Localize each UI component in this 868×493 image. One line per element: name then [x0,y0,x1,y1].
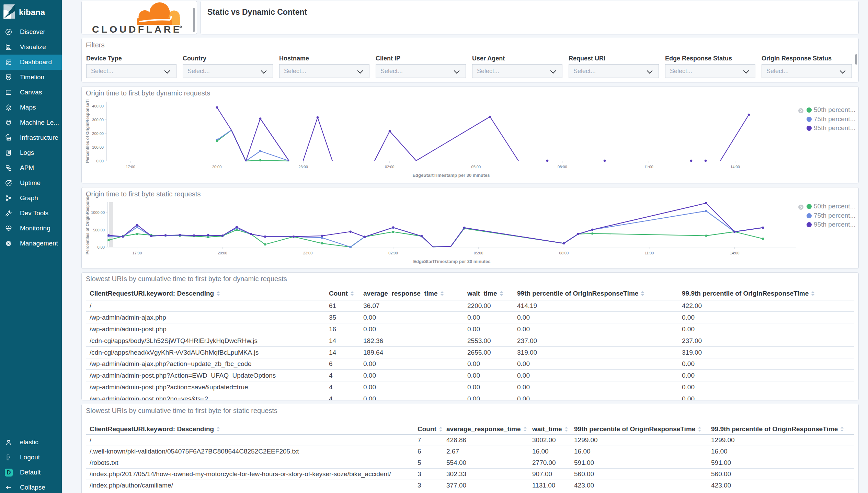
svg-text:100.00: 100.00 [92,145,104,149]
svg-text:20:00: 20:00 [212,165,222,169]
svg-text:23:00: 23:00 [298,165,308,169]
svg-text:1000.00: 1000.00 [91,210,105,215]
svg-text:0.00: 0.00 [98,245,105,249]
svg-text:R: R [180,26,181,28]
svg-text:200.00: 200.00 [92,131,104,136]
svg-text:Percentiles of OriginResponse: Percentiles of OriginResponse [85,194,90,254]
svg-text:08:00: 08:00 [559,251,569,255]
svg-text:11:00: 11:00 [644,165,653,169]
svg-text:14:00: 14:00 [730,165,740,169]
svg-text:EdgeStartTimestamp per 30 minu: EdgeStartTimestamp per 30 minutes [412,173,490,178]
svg-text:EdgeStartTimestamp per 30 minu: EdgeStartTimestamp per 30 minutes [413,259,490,264]
svg-text:23:00: 23:00 [303,251,313,255]
svg-text:02:00: 02:00 [385,165,395,169]
svg-text:0.00: 0.00 [96,159,104,163]
svg-text:20:00: 20:00 [218,251,227,255]
svg-text:14:00: 14:00 [730,251,740,255]
svg-text:17:00: 17:00 [126,165,135,169]
svg-text:02:00: 02:00 [388,251,398,255]
svg-text:08:00: 08:00 [558,165,567,169]
svg-text:500.00: 500.00 [93,228,105,232]
svg-text:05:00: 05:00 [471,165,481,169]
svg-text:CLOUDFLARE: CLOUDFLARE [92,24,182,34]
svg-text:Percentiles of OriginResponseT: Percentiles of OriginResponseTi [85,99,90,163]
svg-text:300.00: 300.00 [92,118,104,122]
svg-text:11:00: 11:00 [645,251,654,255]
svg-text:17:00: 17:00 [133,251,142,255]
svg-text:05:00: 05:00 [474,251,483,255]
svg-text:400.00: 400.00 [92,104,104,108]
